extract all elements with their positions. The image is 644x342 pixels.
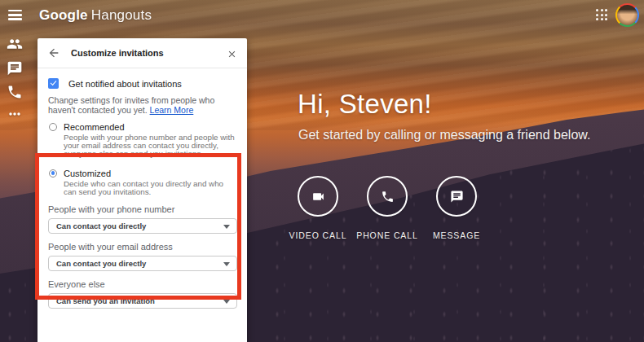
more-dots-icon[interactable] bbox=[7, 106, 23, 122]
message-label: MESSAGE bbox=[412, 230, 501, 240]
notify-checkbox-row[interactable]: Get notified about invitations bbox=[48, 78, 236, 89]
customize-invitations-panel: Customize invitations Get notified about… bbox=[37, 38, 247, 342]
panel-body: Get notified about invitations Change se… bbox=[37, 68, 247, 309]
panel-header: Customize invitations bbox=[37, 38, 247, 68]
setting-email-address-label: People with your email address bbox=[48, 242, 236, 252]
setting-phone-number: People with your phone number Can contac… bbox=[48, 204, 236, 234]
greeting-heading: Hi, Steven! bbox=[298, 89, 432, 120]
hamburger-menu-icon[interactable] bbox=[8, 10, 22, 20]
app-logo: GoogleHangouts bbox=[39, 7, 152, 24]
chevron-down-icon bbox=[223, 262, 230, 266]
intro-text: Change settings for invites from people … bbox=[48, 95, 237, 116]
setting-everyone-else-label: Everyone else bbox=[48, 279, 236, 289]
setting-email-address: People with your email address Can conta… bbox=[48, 242, 236, 271]
apps-grid-icon[interactable] bbox=[596, 9, 609, 22]
learn-more-link[interactable]: Learn More bbox=[150, 105, 194, 115]
user-avatar[interactable] bbox=[615, 3, 639, 27]
chevron-down-icon bbox=[223, 225, 230, 229]
phone-number-select[interactable]: Can contact you directly bbox=[48, 218, 237, 234]
phone-call-button[interactable] bbox=[367, 176, 408, 217]
phone-calls-icon[interactable] bbox=[7, 84, 23, 100]
panel-title: Customize invitations bbox=[71, 48, 227, 58]
conversations-chat-icon[interactable] bbox=[7, 60, 23, 77]
recommended-description: People with your phone number and people… bbox=[64, 134, 237, 159]
setting-everyone-else: Everyone else Can send you an invitation bbox=[48, 279, 236, 309]
greeting-subtitle: Get started by calling or messaging a fr… bbox=[298, 128, 590, 142]
recommended-radio[interactable] bbox=[49, 123, 57, 131]
everyone-else-select-value: Can send you an invitation bbox=[56, 296, 155, 305]
setting-phone-number-label: People with your phone number bbox=[48, 204, 236, 214]
chevron-down-icon bbox=[223, 300, 230, 304]
everyone-else-select[interactable]: Can send you an invitation bbox=[48, 293, 237, 309]
logo-hangouts: Hangouts bbox=[91, 7, 152, 23]
customized-radio[interactable] bbox=[49, 169, 57, 178]
close-icon[interactable] bbox=[227, 48, 237, 59]
avatar-photo bbox=[617, 5, 637, 25]
email-address-select-value: Can contact you directly bbox=[56, 259, 146, 268]
customized-description: Decide who can contact you directly and … bbox=[64, 180, 237, 197]
message-bubble-icon bbox=[450, 190, 464, 204]
customized-label: Customized bbox=[64, 169, 236, 178]
phone-handset-icon bbox=[381, 190, 395, 204]
back-arrow-icon[interactable] bbox=[47, 46, 60, 59]
video-camera-icon bbox=[311, 190, 325, 204]
email-address-select[interactable]: Can contact you directly bbox=[48, 256, 237, 271]
notify-checkbox-label: Get notified about invitations bbox=[68, 79, 182, 89]
recommended-label: Recommended bbox=[64, 122, 236, 132]
logo-google: Google bbox=[39, 7, 88, 23]
option-customized[interactable]: Customized Decide who can contact you di… bbox=[48, 169, 236, 197]
video-call-button[interactable] bbox=[298, 176, 338, 217]
contacts-icon[interactable] bbox=[7, 36, 23, 52]
notify-checkbox[interactable] bbox=[48, 78, 59, 89]
message-button[interactable] bbox=[436, 176, 477, 217]
option-recommended[interactable]: Recommended People with your phone numbe… bbox=[48, 122, 236, 159]
phone-number-select-value: Can contact you directly bbox=[56, 221, 146, 230]
